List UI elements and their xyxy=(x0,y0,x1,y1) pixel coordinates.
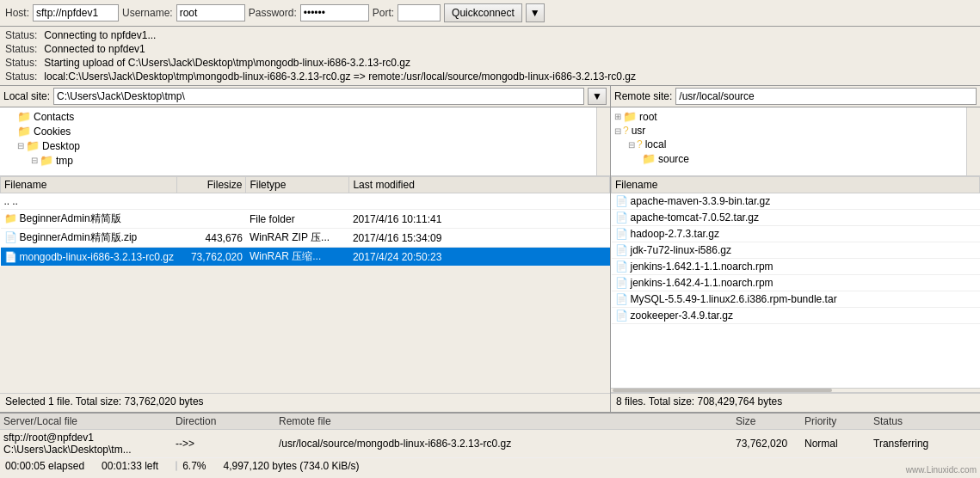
tree-item-label: Contacts xyxy=(34,111,74,123)
remote-file-row[interactable]: 📄jenkins-1.642.1-1.1.noarch.rpm xyxy=(612,259,980,275)
remote-file-row[interactable]: 📄hadoop-2.7.3.tar.gz xyxy=(612,226,980,242)
remote-file-row[interactable]: 📄apache-maven-3.3.9-bin.tar.gz xyxy=(612,193,980,210)
th-filetype[interactable]: Filetype xyxy=(246,177,349,193)
status-text-1: Connecting to npfdev1... xyxy=(44,28,156,42)
file-icon: 📄 xyxy=(4,251,17,263)
file-type: File folder xyxy=(246,210,349,229)
username-label: Username: xyxy=(122,7,173,19)
password-input[interactable] xyxy=(300,4,369,21)
tree-item-desktop[interactable]: ⊟ 📁 Desktop xyxy=(0,138,596,153)
local-tree: 📁 Contacts 📁 Cookies ⊟ 📁 Desktop ⊟ 📁 tmp xyxy=(0,107,610,176)
th-filesize[interactable]: Filesize xyxy=(177,177,246,193)
local-path-input[interactable] xyxy=(53,88,584,105)
remote-file-list: Filename 📄apache-maven-3.3.9-bin.tar.gz … xyxy=(611,176,980,388)
local-file-row[interactable]: 📁BeginnerAdmin精简版 File folder 2017/4/16 … xyxy=(1,210,610,229)
transfer-remote-file: /usr/local/source/mongodb-linux-i686-3.2… xyxy=(279,438,736,450)
transfer-time-row: 00:00:05 elapsed 00:01:33 left 6.7% 4,99… xyxy=(0,458,980,474)
transfer-server-local: sftp://root@npfdev1 C:\Users\Jack\Deskto… xyxy=(3,432,176,456)
folder-icon: 📁 xyxy=(17,110,31,123)
transfer-elapsed: 00:00:05 elapsed xyxy=(5,460,84,472)
expand-icon: ⊟ xyxy=(31,156,38,165)
transfer-row: sftp://root@npfdev1 C:\Users\Jack\Deskto… xyxy=(0,430,980,458)
tree-item-root[interactable]: ⊞ 📁 root xyxy=(611,109,966,124)
remote-file-table: Filename 📄apache-maven-3.3.9-bin.tar.gz … xyxy=(611,176,980,324)
local-file-row[interactable]: 📄mongodb-linux-i686-3.2.13-rc0.gz 73,762… xyxy=(1,248,610,267)
remote-file-row[interactable]: 📄apache-tomcat-7.0.52.tar.gz xyxy=(612,210,980,226)
th-filename[interactable]: Filename xyxy=(1,177,177,193)
expand-icon: ⊟ xyxy=(614,126,621,136)
folder-icon: 📁 xyxy=(26,139,40,152)
transfer-th-status: Status xyxy=(873,415,977,427)
file-icon: 📄 xyxy=(615,211,628,224)
tree-item-label: root xyxy=(639,111,657,123)
main-container: Local site: ▼ 📁 Contacts 📁 Cookies ⊟ 📁 D… xyxy=(0,86,980,413)
tree-item-cookies[interactable]: 📁 Cookies xyxy=(0,124,596,138)
remote-scroll-thumb xyxy=(613,389,832,392)
tree-item-usr[interactable]: ⊟ ? usr xyxy=(611,124,966,138)
transfer-th-size: Size xyxy=(736,415,804,427)
file-modified: 2017/4/16 10:11:41 xyxy=(349,210,610,229)
file-icon: 📄 xyxy=(615,293,628,305)
transfer-header: Server/Local file Direction Remote file … xyxy=(0,414,980,430)
file-icon: 📄 xyxy=(615,260,628,273)
local-file-list: Filename Filesize Filetype Last modified… xyxy=(0,176,610,393)
remote-path-input[interactable] xyxy=(675,88,977,105)
transfer-size: 73,762,020 xyxy=(736,438,804,450)
tree-item-local[interactable]: ⊟ ? local xyxy=(611,138,966,151)
up-icon: .. xyxy=(4,195,10,207)
remote-file-row[interactable]: 📄jenkins-1.642.4-1.1.noarch.rpm xyxy=(612,275,980,291)
file-size: 73,762,020 xyxy=(177,248,246,267)
remote-file-name: 📄MySQL-5.5.49-1.linux2.6.i386.rpm-bundle… xyxy=(612,291,980,308)
tree-item-contacts[interactable]: 📁 Contacts xyxy=(0,109,596,124)
quickconnect-button[interactable]: Quickconnect xyxy=(444,3,522,22)
left-panel: Local site: ▼ 📁 Contacts 📁 Cookies ⊟ 📁 D… xyxy=(0,86,611,412)
transfer-status: Transferring xyxy=(873,438,977,450)
file-icon: 📄 xyxy=(4,231,17,243)
th-lastmodified[interactable]: Last modified xyxy=(349,177,610,193)
remote-file-name: 📄zookeeper-3.4.9.tar.gz xyxy=(612,308,980,324)
file-size xyxy=(177,193,246,210)
tree-scrollbar[interactable] xyxy=(596,107,610,175)
remote-file-row[interactable]: 📄MySQL-5.5.49-1.linux2.6.i386.rpm-bundle… xyxy=(612,291,980,308)
local-status-text: Selected 1 file. Total size: 73,762,020 … xyxy=(5,395,204,408)
th-remote-filename[interactable]: Filename xyxy=(612,177,980,193)
status-line-1: Status: Connecting to npfdev1... xyxy=(5,28,975,42)
transfer-th-remote: Remote file xyxy=(279,415,736,427)
transfer-progress-bar xyxy=(176,461,177,471)
remote-tree: ⊞ 📁 root ⊟ ? usr ⊟ ? local 📁 source xyxy=(611,107,980,176)
tree-item-label: usr xyxy=(632,125,646,137)
file-icon: 📄 xyxy=(615,228,628,240)
remote-file-name: 📄jdk-7u72-linux-i586.gz xyxy=(612,242,980,259)
remote-file-row[interactable]: 📄jdk-7u72-linux-i586.gz xyxy=(612,242,980,259)
host-input[interactable] xyxy=(33,4,119,21)
remote-file-name: 📄hadoop-2.7.3.tar.gz xyxy=(612,226,980,242)
status-label-1: Status: xyxy=(5,28,37,42)
tree-item-label: Cookies xyxy=(34,126,71,138)
file-icon: 📄 xyxy=(615,277,628,289)
remote-file-row[interactable]: 📄zookeeper-3.4.9.tar.gz xyxy=(612,308,980,324)
transfer-area: Server/Local file Direction Remote file … xyxy=(0,413,980,478)
file-name: 📄mongodb-linux-i686-3.2.13-rc0.gz xyxy=(1,248,177,267)
folder-icon: ? xyxy=(637,138,643,150)
quickconnect-dropdown[interactable]: ▼ xyxy=(526,3,545,22)
transfer-direction: -->> xyxy=(176,438,279,450)
transfer-left: 00:01:33 left xyxy=(102,460,158,472)
remote-tree-scrollbar[interactable] xyxy=(966,107,980,175)
local-status-bar: Selected 1 file. Total size: 73,762,020 … xyxy=(0,393,610,412)
tree-item-tmp[interactable]: ⊟ 📁 tmp xyxy=(0,153,596,168)
username-input[interactable] xyxy=(176,4,245,21)
local-file-row[interactable]: 📄BeginnerAdmin精简版.zip 443,676 WinRAR ZIP… xyxy=(1,229,610,248)
status-area: Status: Connecting to npfdev1... Status:… xyxy=(0,27,980,86)
file-type: WinRAR 压缩... xyxy=(246,248,349,267)
watermark-text: www.Linuxidc.com xyxy=(906,465,977,475)
tree-item-source[interactable]: 📁 source xyxy=(611,151,966,166)
local-path-dropdown[interactable]: ▼ xyxy=(588,88,607,105)
remote-site-bar: Remote site: xyxy=(611,86,980,107)
right-panel: Remote site: ⊞ 📁 root ⊟ ? usr ⊟ ? l xyxy=(611,86,980,412)
port-input[interactable] xyxy=(398,4,441,21)
status-line-2: Status: Connected to npfdev1 xyxy=(5,42,975,56)
folder-icon: 📁 xyxy=(623,110,637,123)
toolbar: Host: Username: Password: Port: Quickcon… xyxy=(0,0,980,27)
file-icon: 📄 xyxy=(615,195,628,207)
local-file-row[interactable]: .... xyxy=(1,193,610,210)
